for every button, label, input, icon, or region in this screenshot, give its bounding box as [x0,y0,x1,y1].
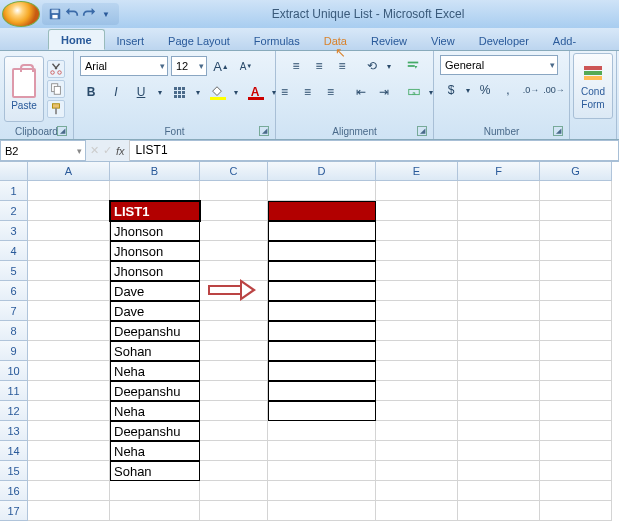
col-header-G[interactable]: G [540,162,612,181]
cell-D16[interactable] [268,481,376,501]
comma-button[interactable]: , [497,79,519,101]
cell-E5[interactable] [376,261,458,281]
cell-C3[interactable] [200,221,268,241]
row-header-10[interactable]: 10 [0,361,28,381]
cell-B11[interactable]: Deepanshu [110,381,200,401]
underline-button[interactable]: U [130,81,152,103]
cell-D10[interactable] [268,361,376,381]
cell-F13[interactable] [458,421,540,441]
cell-A11[interactable] [28,381,110,401]
cell-G10[interactable] [540,361,612,381]
clipboard-dialog-icon[interactable]: ◢ [57,126,67,136]
cell-D13[interactable] [268,421,376,441]
cell-A16[interactable] [28,481,110,501]
underline-dropdown[interactable]: ▾ [155,81,165,103]
align-right-button[interactable]: ≡ [320,81,342,103]
cell-E14[interactable] [376,441,458,461]
currency-button[interactable]: $ [440,79,462,101]
cell-A13[interactable] [28,421,110,441]
tab-home[interactable]: Home [48,29,105,50]
row-header-11[interactable]: 11 [0,381,28,401]
cell-B5[interactable]: Jhonson [110,261,200,281]
row-header-9[interactable]: 9 [0,341,28,361]
cell-C10[interactable] [200,361,268,381]
fill-color-button[interactable] [206,81,228,103]
bold-button[interactable]: B [80,81,102,103]
fill-color-dropdown[interactable]: ▾ [231,81,241,103]
col-header-E[interactable]: E [376,162,458,181]
row-header-2[interactable]: 2 [0,201,28,221]
tab-review[interactable]: Review [359,31,419,50]
conditional-formatting-button[interactable]: Cond Form [573,53,613,119]
align-middle-button[interactable]: ≡ [308,55,330,77]
cell-B2[interactable]: LIST1 [110,201,200,221]
cell-E17[interactable] [376,501,458,521]
cell-F11[interactable] [458,381,540,401]
increase-decimal-button[interactable]: .0→ [520,79,542,101]
row-header-3[interactable]: 3 [0,221,28,241]
cell-A4[interactable] [28,241,110,261]
font-size-combo[interactable]: 12 [171,56,207,76]
cell-B8[interactable]: Deepanshu [110,321,200,341]
cell-E10[interactable] [376,361,458,381]
cell-D3[interactable] [268,221,376,241]
undo-icon[interactable] [65,7,79,21]
cell-E15[interactable] [376,461,458,481]
cell-D2[interactable] [268,201,376,221]
cell-C12[interactable] [200,401,268,421]
cell-C4[interactable] [200,241,268,261]
paste-button[interactable]: Paste [4,56,44,122]
wrap-text-button[interactable] [402,55,424,77]
row-header-8[interactable]: 8 [0,321,28,341]
cell-C8[interactable] [200,321,268,341]
cell-E8[interactable] [376,321,458,341]
percent-button[interactable]: % [474,79,496,101]
cell-F14[interactable] [458,441,540,461]
cell-D4[interactable] [268,241,376,261]
cell-G1[interactable] [540,181,612,201]
cell-G17[interactable] [540,501,612,521]
cell-G4[interactable] [540,241,612,261]
row-header-6[interactable]: 6 [0,281,28,301]
cell-A6[interactable] [28,281,110,301]
cell-D12[interactable] [268,401,376,421]
cell-A17[interactable] [28,501,110,521]
cell-G7[interactable] [540,301,612,321]
format-painter-button[interactable] [47,100,65,118]
cell-C13[interactable] [200,421,268,441]
font-color-button[interactable]: A [244,81,266,103]
cell-G5[interactable] [540,261,612,281]
fx-button[interactable]: fx [116,145,125,157]
cell-B4[interactable]: Jhonson [110,241,200,261]
decrease-indent-button[interactable]: ⇤ [350,81,372,103]
office-button[interactable] [2,1,40,27]
borders-dropdown[interactable]: ▾ [193,81,203,103]
row-header-5[interactable]: 5 [0,261,28,281]
row-header-15[interactable]: 15 [0,461,28,481]
copy-button[interactable] [47,80,65,98]
cell-F2[interactable] [458,201,540,221]
tab-developer[interactable]: Developer [467,31,541,50]
col-header-B[interactable]: B [110,162,200,181]
alignment-dialog-icon[interactable]: ◢ [417,126,427,136]
cell-B3[interactable]: Jhonson [110,221,200,241]
cell-A12[interactable] [28,401,110,421]
cell-B9[interactable]: Sohan [110,341,200,361]
cell-C5[interactable] [200,261,268,281]
col-header-D[interactable]: D [268,162,376,181]
cell-F16[interactable] [458,481,540,501]
cell-D7[interactable] [268,301,376,321]
row-header-17[interactable]: 17 [0,501,28,521]
cell-D14[interactable] [268,441,376,461]
font-dialog-icon[interactable]: ◢ [259,126,269,136]
row-header-7[interactable]: 7 [0,301,28,321]
cut-button[interactable] [47,60,65,78]
cell-G14[interactable] [540,441,612,461]
cell-C14[interactable] [200,441,268,461]
cell-F5[interactable] [458,261,540,281]
cell-E6[interactable] [376,281,458,301]
cell-F6[interactable] [458,281,540,301]
align-center-button[interactable]: ≡ [297,81,319,103]
cell-E16[interactable] [376,481,458,501]
cell-E12[interactable] [376,401,458,421]
